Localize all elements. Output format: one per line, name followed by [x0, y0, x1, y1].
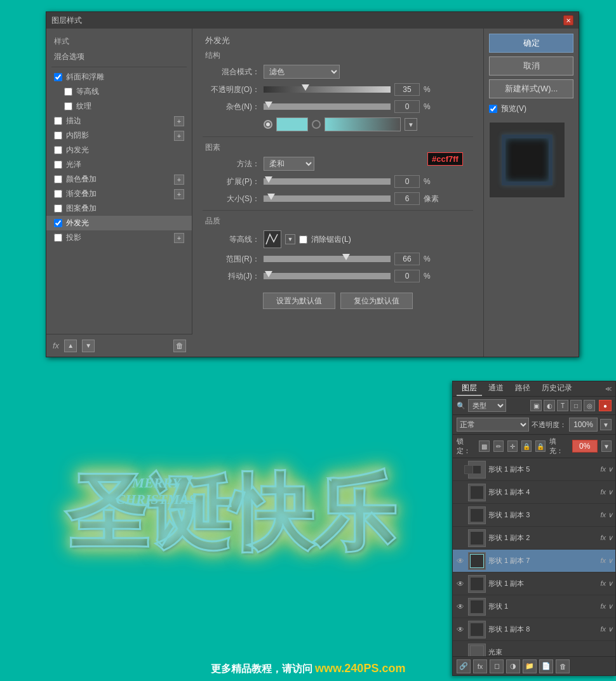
noise-slider-track[interactable]: [264, 103, 391, 110]
jitter-slider-thumb[interactable]: [265, 271, 272, 277]
layer-visibility-toggle[interactable]: [455, 510, 465, 520]
style-contour[interactable]: 等高线: [46, 84, 192, 99]
jitter-slider-track[interactable]: [264, 273, 391, 279]
blend-mode-select[interactable]: 正常 滤色 叠加: [457, 418, 529, 432]
blend-mode-select[interactable]: 滤色 正常 叠加: [264, 65, 340, 79]
tab-layers[interactable]: 图层: [457, 381, 482, 396]
gradient-dropdown[interactable]: ▼: [405, 118, 417, 131]
new-style-button[interactable]: 新建样式(W)...: [489, 79, 573, 98]
layer-row[interactable]: 形状 1 副本 3 fx ∨: [453, 504, 615, 527]
range-slider-thumb[interactable]: [342, 254, 350, 260]
layer-visibility-toggle[interactable]: 👁: [455, 579, 465, 589]
style-outer-glow[interactable]: 外发光: [46, 216, 192, 230]
color-overlay-plus-btn[interactable]: +: [174, 175, 184, 185]
style-inner-glow[interactable]: 内发光: [46, 143, 192, 157]
inner-shadow-checkbox[interactable]: [54, 131, 62, 140]
set-default-button[interactable]: 设置为默认值: [263, 293, 335, 309]
antialias-checkbox[interactable]: [299, 235, 307, 244]
style-gradient-overlay[interactable]: 渐变叠加 +: [46, 187, 192, 201]
new-group-btn[interactable]: 📁: [523, 659, 537, 673]
drop-shadow-checkbox[interactable]: [54, 234, 62, 242]
filter-smart-btn[interactable]: ◎: [584, 400, 595, 411]
outer-glow-checkbox[interactable]: [54, 219, 62, 227]
layer-row[interactable]: 👁 形状 1 副本 8 fx ∨: [453, 618, 615, 641]
technique-select[interactable]: 柔和 精确: [264, 157, 314, 171]
spread-slider-thumb[interactable]: [265, 176, 272, 183]
noise-input[interactable]: [394, 100, 420, 113]
style-drop-shadow[interactable]: 投影 +: [46, 230, 192, 245]
reset-default-button[interactable]: 复位为默认值: [340, 293, 413, 309]
solid-color-radio[interactable]: [264, 120, 272, 129]
layer-visibility-toggle[interactable]: [455, 533, 465, 543]
contour-dropdown[interactable]: ▼: [285, 234, 295, 244]
layer-visibility-toggle[interactable]: 👁: [455, 556, 465, 566]
delete-layer-btn[interactable]: 🗑: [556, 659, 570, 673]
cancel-button[interactable]: 取消: [489, 56, 573, 76]
fx-delete-button[interactable]: 🗑: [173, 340, 186, 352]
inner-glow-checkbox[interactable]: [54, 146, 62, 154]
size-slider-thumb[interactable]: [267, 194, 275, 200]
lock-paint-btn[interactable]: ✏: [493, 440, 504, 452]
dialog-close-button[interactable]: ✕: [563, 15, 573, 25]
filter-toggle-btn[interactable]: ●: [599, 400, 612, 411]
link-layers-btn[interactable]: 🔗: [457, 659, 471, 673]
gradient-overlay-checkbox[interactable]: [54, 190, 62, 198]
gradient-preview[interactable]: [325, 117, 401, 131]
texture-checkbox[interactable]: [64, 102, 72, 110]
bevel-emboss-checkbox[interactable]: [54, 73, 62, 81]
tab-history[interactable]: 历史记录: [537, 381, 577, 396]
fill-more-btn[interactable]: ▼: [601, 440, 612, 452]
style-satin[interactable]: 光泽: [46, 157, 192, 172]
opacity-input[interactable]: [569, 418, 598, 432]
layer-visibility-toggle[interactable]: [455, 487, 465, 498]
fill-input[interactable]: [572, 440, 598, 453]
preview-checkbox[interactable]: [489, 105, 497, 113]
spread-slider-track[interactable]: [264, 178, 391, 185]
layer-row-active[interactable]: 👁 形状 1 副本 7 fx ∨: [453, 550, 615, 572]
opacity-input[interactable]: [394, 83, 420, 96]
fx-up-button[interactable]: ▲: [64, 340, 77, 352]
tab-paths[interactable]: 路径: [510, 381, 535, 396]
contour-checkbox[interactable]: [64, 88, 72, 96]
layer-visibility-toggle[interactable]: 👁: [455, 602, 465, 612]
style-texture[interactable]: 纹理: [46, 99, 192, 114]
blend-options-item[interactable]: 混合选项: [46, 50, 192, 64]
layer-row[interactable]: 形状 1 副本 4 fx ∨: [453, 481, 615, 504]
layer-type-select[interactable]: 类型 名称 效果: [468, 399, 506, 412]
contour-preview[interactable]: [264, 230, 281, 248]
layer-row[interactable]: 形状 1 副本 2 fx ∨: [453, 527, 615, 550]
color-overlay-checkbox[interactable]: [54, 175, 62, 183]
filter-shape-btn[interactable]: □: [570, 400, 582, 411]
new-fill-adjustment-btn[interactable]: ◑: [506, 659, 520, 673]
color-swatch[interactable]: [276, 117, 308, 131]
stroke-plus-btn[interactable]: +: [174, 116, 184, 126]
add-mask-btn[interactable]: ◻: [490, 659, 504, 673]
fx-down-button[interactable]: ▼: [82, 340, 95, 352]
range-slider-track[interactable]: [264, 256, 391, 262]
spread-input[interactable]: [394, 175, 420, 188]
satin-checkbox[interactable]: [54, 161, 62, 169]
lock-transparent-btn[interactable]: ▩: [479, 440, 489, 452]
inner-shadow-plus-btn[interactable]: +: [174, 131, 184, 141]
layer-row[interactable]: 👁 形状 1 副本 fx ∨: [453, 572, 615, 595]
opacity-slider-thumb[interactable]: [302, 84, 309, 91]
opacity-more-btn[interactable]: ▼: [600, 419, 612, 430]
filter-text-btn[interactable]: T: [557, 400, 568, 411]
panel-collapse-button[interactable]: ≪: [605, 385, 612, 392]
range-input[interactable]: [394, 253, 420, 265]
add-style-btn[interactable]: fx: [473, 659, 487, 673]
new-layer-btn[interactable]: 📄: [539, 659, 553, 673]
filter-adjust-btn[interactable]: ◐: [544, 400, 555, 411]
size-input[interactable]: [394, 192, 420, 205]
style-stroke[interactable]: 描边 +: [46, 114, 192, 128]
ok-button[interactable]: 确定: [489, 34, 573, 53]
style-bevel-emboss[interactable]: 斜面和浮雕: [46, 70, 192, 84]
opacity-slider-track[interactable]: [264, 86, 391, 93]
layer-row[interactable]: 👁 形状 1 fx ∨: [453, 595, 615, 618]
layer-row[interactable]: 形状 1 副本 5 fx ∨: [453, 458, 615, 481]
drop-shadow-plus-btn[interactable]: +: [174, 233, 184, 243]
size-slider-track[interactable]: [264, 195, 391, 202]
stroke-checkbox[interactable]: [54, 117, 62, 125]
jitter-input[interactable]: [394, 270, 420, 282]
gradient-overlay-plus-btn[interactable]: +: [174, 189, 184, 199]
